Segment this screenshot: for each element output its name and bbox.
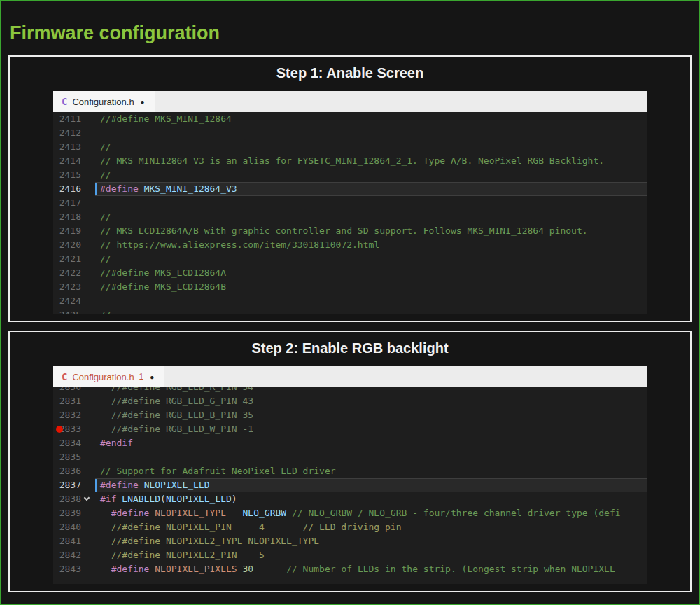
line-number[interactable]: 2832	[53, 408, 81, 422]
code-text	[95, 294, 647, 308]
tab-problem-count: 1	[139, 372, 144, 382]
code-line[interactable]: 2842 //#define NEOPIXEL2_PIN 5	[53, 548, 647, 562]
code-line[interactable]: 2424	[53, 294, 647, 308]
line-number[interactable]: 2422	[53, 266, 81, 280]
line-number[interactable]: 2417	[53, 196, 81, 210]
code-line[interactable]: 2412	[53, 126, 647, 140]
code-line[interactable]: 2834#endif	[53, 436, 647, 450]
line-number[interactable]: 2831	[53, 394, 81, 408]
code-line[interactable]: 2416#define MKS_MINI_12864_V3	[53, 182, 647, 196]
fold-spacer	[81, 436, 95, 450]
line-number[interactable]: 2834	[53, 436, 81, 450]
fold-spacer	[81, 520, 95, 534]
line-number[interactable]: 2836	[53, 464, 81, 478]
line-number[interactable]: 2841	[53, 534, 81, 548]
code-line[interactable]: 2420// https://www.aliexpress.com/item/3…	[53, 238, 647, 252]
fold-spacer	[81, 196, 95, 210]
line-number[interactable]: 2840	[53, 520, 81, 534]
line-number[interactable]: 2839	[53, 506, 81, 520]
code-line[interactable]: 2840 //#define NEOPIXEL_PIN 4 // LED dri…	[53, 520, 647, 534]
code-text: //	[95, 210, 647, 224]
code-line[interactable]: 2831 //#define RGB_LED_G_PIN 43	[53, 394, 647, 408]
fold-spacer	[81, 238, 95, 252]
fold-spacer	[81, 182, 95, 196]
code-text: // Support for Adafruit NeoPixel LED dri…	[95, 464, 647, 478]
code-editor: C Configuration.h ● 2411//#define MKS_MI…	[53, 91, 647, 314]
code-line[interactable]: 2425//	[53, 308, 647, 314]
modified-dot-icon[interactable]: ●	[150, 373, 154, 381]
code-line[interactable]: 2419// MKS LCD12864A/B with graphic cont…	[53, 224, 647, 238]
code-line[interactable]: 2415//	[53, 168, 647, 182]
line-number[interactable]: 2415	[53, 168, 81, 182]
fold-spacer	[81, 168, 95, 182]
code-line[interactable]: 2839 #define NEOPIXEL_TYPE NEO_GRBW // N…	[53, 506, 647, 520]
file-tab[interactable]: C Configuration.h 1 ●	[53, 366, 164, 387]
line-number[interactable]: 2842	[53, 548, 81, 562]
code-line[interactable]: 2421//	[53, 252, 647, 266]
modified-dot-icon[interactable]: ●	[141, 98, 145, 106]
code-line[interactable]: 2835	[53, 450, 647, 464]
fold-spacer	[81, 294, 95, 308]
line-number[interactable]: 2419	[53, 224, 81, 238]
fold-spacer	[81, 422, 95, 436]
fold-spacer	[81, 210, 95, 224]
code-line[interactable]: 2418//	[53, 210, 647, 224]
line-number[interactable]: 2423	[53, 280, 81, 294]
line-number[interactable]: 2835	[53, 450, 81, 464]
code-line[interactable]: 2837#define NEOPIXEL_LED	[53, 478, 647, 492]
fold-spacer	[81, 140, 95, 154]
line-number[interactable]: 2421	[53, 252, 81, 266]
line-number[interactable]: 2843	[53, 562, 81, 576]
code-line[interactable]: 2414// MKS MINI12864 V3 is an alias for …	[53, 154, 647, 168]
code-line[interactable]: 2413//	[53, 140, 647, 154]
line-number[interactable]: 2412	[53, 126, 81, 140]
fold-chevron-icon[interactable]	[81, 492, 95, 506]
line-number[interactable]: 2425	[53, 308, 81, 314]
fold-spacer	[81, 478, 95, 492]
code-text: //#define NEOPIXEL2_PIN 5	[95, 548, 647, 562]
fold-spacer	[81, 534, 95, 548]
code-text	[95, 450, 647, 464]
step-heading: Step 1: Anable Screen	[10, 65, 690, 81]
code-line[interactable]: 2833 //#define RGB_LED_W_PIN -1	[53, 422, 647, 436]
line-number[interactable]: 2420	[53, 238, 81, 252]
code-editor: C Configuration.h 1 ● 2830 //#define RGB…	[53, 366, 647, 584]
fold-spacer	[81, 548, 95, 562]
line-number[interactable]: 2411	[53, 112, 81, 126]
line-number[interactable]: 2830	[53, 387, 81, 394]
code-line[interactable]: 2838#if ENABLED(NEOPIXEL_LED)	[53, 492, 647, 506]
code-line[interactable]: 2843 #define NEOPIXEL_PIXELS 30 // Numbe…	[53, 562, 647, 576]
code-text: //#define NEOPIXEL_PIN 4 // LED driving …	[95, 520, 647, 534]
code-line[interactable]: 2841 //#define NEOPIXEL2_TYPE NEOPIXEL_T…	[53, 534, 647, 548]
code-text: //#define RGB_LED_R_PIN 34	[95, 387, 647, 394]
code-text: //#define NEOPIXEL2_TYPE NEOPIXEL_TYPE	[95, 534, 647, 548]
code-line[interactable]: 2832 //#define RGB_LED_B_PIN 35	[53, 408, 647, 422]
fold-spacer	[81, 280, 95, 294]
code-text: //#define MKS_LCD12864A	[95, 266, 647, 280]
fold-spacer	[81, 154, 95, 168]
breakpoint-icon[interactable]	[56, 426, 63, 433]
tab-bar: C Configuration.h ●	[53, 91, 647, 112]
code-line[interactable]: 2417	[53, 196, 647, 210]
line-number[interactable]: 2418	[53, 210, 81, 224]
code-area[interactable]: 2411//#define MKS_MINI_128642412 2413//2…	[53, 112, 647, 314]
page-title: Firmware configuration	[10, 22, 699, 44]
line-number[interactable]: 2838	[53, 492, 81, 506]
code-line[interactable]: 2836// Support for Adafruit NeoPixel LED…	[53, 464, 647, 478]
line-number[interactable]: 2424	[53, 294, 81, 308]
line-number[interactable]: 2837	[53, 478, 81, 492]
code-line[interactable]: 2422//#define MKS_LCD12864A	[53, 266, 647, 280]
tab-label: Configuration.h	[72, 97, 134, 107]
code-text: //	[95, 168, 647, 182]
file-tab[interactable]: C Configuration.h ●	[53, 91, 155, 112]
code-area[interactable]: 2830 //#define RGB_LED_R_PIN 342831 //#d…	[53, 387, 647, 584]
line-number[interactable]: 2413	[53, 140, 81, 154]
code-text: #if ENABLED(NEOPIXEL_LED)	[95, 492, 647, 506]
line-number[interactable]: 2414	[53, 154, 81, 168]
code-line[interactable]: 2423//#define MKS_LCD12864B	[53, 280, 647, 294]
code-text: //#define MKS_MINI_12864	[95, 112, 647, 126]
fold-spacer	[81, 266, 95, 280]
line-number[interactable]: 2416	[53, 182, 81, 196]
code-line[interactable]: 2830 //#define RGB_LED_R_PIN 34	[53, 387, 647, 394]
code-line[interactable]: 2411//#define MKS_MINI_12864	[53, 112, 647, 126]
